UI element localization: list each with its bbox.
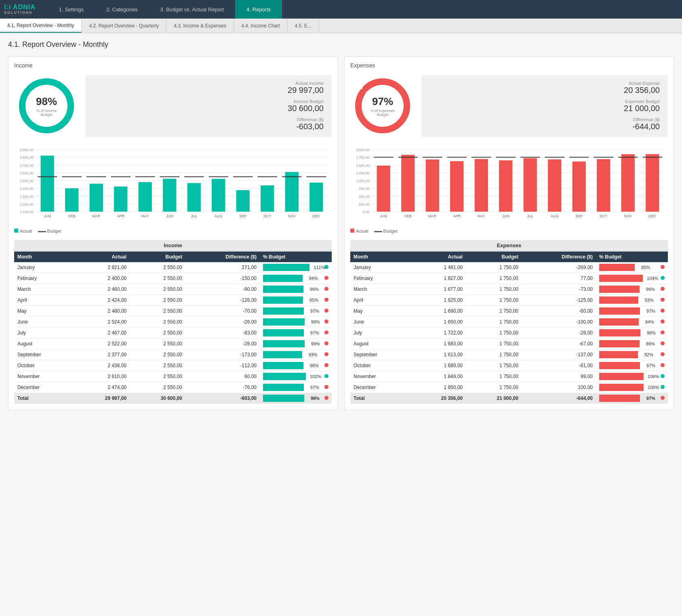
- month-cell: October: [350, 360, 410, 371]
- total-row: Total 29 997,00 30 600,00 -603,00 98%: [14, 393, 332, 404]
- bar-cell: 97%: [596, 360, 644, 371]
- expenses-legend: Actual Budget: [350, 229, 668, 233]
- svg-rect-106: [621, 154, 635, 212]
- income-budget-stat: Income Budget 30 600,00: [93, 99, 324, 113]
- bar-cell: 97%: [260, 328, 308, 338]
- nav-reports[interactable]: 4. Reports: [235, 0, 282, 19]
- nav-settings[interactable]: 1. Settings: [48, 0, 95, 19]
- top-nav: i:i ADNIA SOLUTIONS 1. Settings 2. Categ…: [0, 0, 682, 19]
- income-chart: 2 100,002 200,002 300,002 400,002 500,00…: [14, 145, 332, 226]
- income-gauge-row: 98% % of IncomeBudget Actual Income 29 9…: [14, 74, 332, 138]
- diff-cell: -83,00: [185, 328, 260, 338]
- table-row: November 2 610,00 2 550,00 60,00 102%: [14, 371, 332, 382]
- bar-cell: 96%: [596, 338, 644, 349]
- budget-cell: 2 550,00: [130, 284, 185, 295]
- svg-rect-23: [65, 188, 78, 212]
- diff-cell: -173,00: [185, 349, 260, 360]
- table-row: August 1 683,00 1 750,00 -67,00 96%: [350, 338, 668, 349]
- bar-cell: 102%: [260, 371, 308, 382]
- budget-cell: 2 550,00: [130, 328, 185, 338]
- actual-cell: 2 377,00: [74, 349, 130, 360]
- diff-cell: -100,00: [522, 317, 596, 328]
- svg-text:OCT: OCT: [263, 214, 272, 218]
- total-month-cell: Total: [14, 393, 74, 404]
- expenses-gauge: 97% % of ExpensesBudget: [350, 74, 415, 138]
- month-cell: April: [350, 295, 410, 306]
- budget-cell: 2 550,00: [130, 338, 185, 349]
- table-row: March 1 677,00 1 750,00 -73,00 96%: [350, 284, 668, 295]
- nav-categories[interactable]: 2. Categories: [95, 0, 149, 19]
- svg-text:JAN: JAN: [380, 214, 387, 218]
- diff-cell: -150,00: [185, 273, 260, 284]
- table-row: March 2 460,00 2 550,00 -90,00 96%: [14, 284, 332, 295]
- subnav-more[interactable]: 4.5. E...: [288, 19, 319, 33]
- svg-text:JUL: JUL: [191, 214, 197, 218]
- income-legend: Actual Budget: [14, 229, 332, 233]
- total-bar-cell: 98%: [260, 393, 308, 404]
- svg-text:1 750,00: 1 750,00: [356, 156, 370, 160]
- bar-cell: 98%: [596, 328, 644, 338]
- svg-rect-82: [426, 160, 439, 212]
- income-stats-box: Actual Income 29 997,00 Income Budget 30…: [85, 75, 332, 137]
- table-row: July 2 467,00 2 550,00 -83,00 97%: [14, 328, 332, 338]
- expenses-title: Expenses: [350, 62, 668, 69]
- income-actual-label: Actual Income: [93, 81, 324, 86]
- subnav-income-expenses[interactable]: 4.3. Income & Expenses: [166, 19, 234, 33]
- bar-cell: 106%: [596, 371, 644, 382]
- svg-text:2 200,00: 2 200,00: [20, 202, 34, 206]
- expenses-panel: Expenses 97% % of ExpensesBudget Actual …: [344, 56, 674, 410]
- diff-cell: -28,00: [522, 328, 596, 338]
- total-actual-cell: 29 997,00: [74, 393, 130, 404]
- bar-cell: 94%: [596, 317, 644, 328]
- month-cell: June: [350, 317, 410, 328]
- table-row: May 2 480,00 2 550,00 -70,00 97%: [14, 306, 332, 317]
- svg-text:SEP: SEP: [575, 214, 583, 218]
- svg-text:JAN: JAN: [44, 214, 51, 218]
- nav-budget-actual[interactable]: 3. Budget vs. Actual Report: [149, 0, 236, 19]
- table-row: July 1 722,00 1 750,00 -28,00 98%: [350, 328, 668, 338]
- subnav-income-chart[interactable]: 4.4. Income Chart: [234, 19, 287, 33]
- table-row: January 2 821,00 2 550,00 271,00 111%: [14, 262, 332, 273]
- svg-rect-100: [573, 162, 586, 212]
- actual-cell: 2 821,00: [74, 262, 130, 273]
- expenses-table-section: Expenses Month Actual Budget Difference …: [350, 240, 668, 404]
- expenses-diff-label: Difference ($): [429, 117, 660, 122]
- month-cell: September: [14, 349, 74, 360]
- bar-cell: 92%: [596, 349, 644, 360]
- expenses-diff-value: -644,00: [429, 122, 660, 131]
- diff-cell: -60,00: [522, 306, 596, 317]
- svg-text:2 100,00: 2 100,00: [20, 210, 34, 214]
- svg-text:SEP: SEP: [239, 214, 246, 218]
- actual-cell: 2 438,00: [74, 360, 130, 371]
- month-cell: November: [14, 371, 74, 382]
- total-actual-cell: 20 356,00: [410, 393, 466, 404]
- table-row: December 1 850,00 1 750,00 100,00 106%: [350, 382, 668, 393]
- subnav-quarterly[interactable]: 4.2. Report Overview - Quarterly: [82, 19, 166, 33]
- budget-cell: 2 550,00: [130, 371, 185, 382]
- diff-cell: -26,00: [185, 317, 260, 328]
- month-cell: November: [350, 371, 410, 382]
- diff-cell: -137,00: [522, 349, 596, 360]
- month-cell: July: [14, 328, 74, 338]
- budget-cell: 1 750,00: [466, 338, 522, 349]
- svg-text:MAR: MAR: [428, 214, 437, 218]
- month-cell: February: [14, 273, 74, 284]
- svg-text:MAR: MAR: [92, 214, 101, 218]
- svg-text:2 500,00: 2 500,00: [20, 179, 34, 183]
- sub-nav: 4.1. Report Overview - Monthly 4.2. Repo…: [0, 19, 682, 33]
- svg-text:FEB: FEB: [404, 214, 412, 218]
- income-table-section: Income Month Actual Budget Difference ($…: [14, 240, 332, 404]
- svg-text:2 700,00: 2 700,00: [20, 164, 34, 168]
- svg-rect-29: [114, 187, 127, 212]
- income-gauge-sub: % of IncomeBudget: [36, 109, 57, 117]
- diff-cell: -61,00: [522, 360, 596, 371]
- diff-cell: -126,00: [185, 295, 260, 306]
- svg-text:2 400,00: 2 400,00: [20, 187, 34, 191]
- income-budget-value: 30 600,00: [93, 104, 324, 113]
- month-cell: August: [350, 338, 410, 349]
- svg-text:APR: APR: [117, 214, 124, 218]
- subnav-monthly[interactable]: 4.1. Report Overview - Monthly: [0, 19, 82, 33]
- actual-cell: 2 474,00: [74, 382, 130, 393]
- total-diff-cell: -644,00: [522, 393, 596, 404]
- bar-cell: 106%: [596, 382, 644, 393]
